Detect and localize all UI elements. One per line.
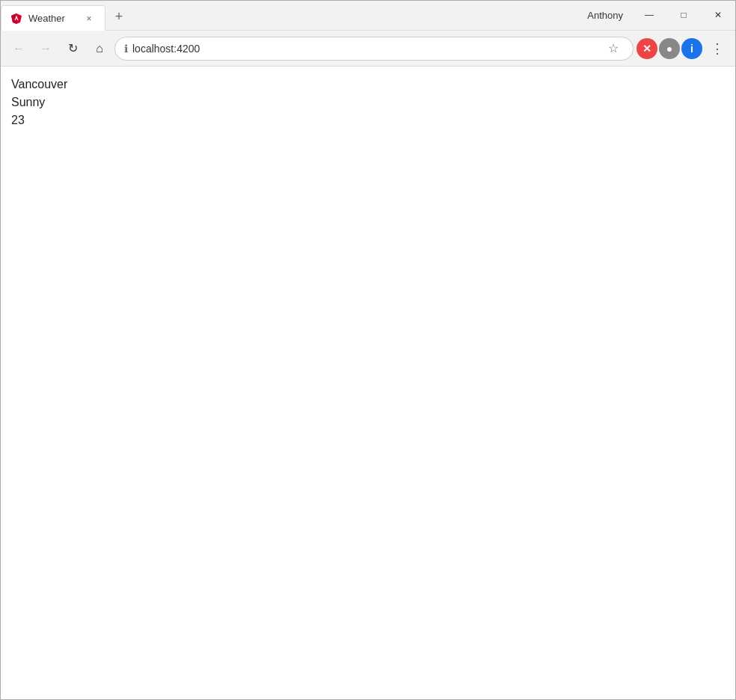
titlebar-left: Weather × + bbox=[1, 4, 578, 30]
address-host: localhost bbox=[132, 43, 174, 55]
titlebar-right: Anthony — □ ✕ bbox=[578, 0, 735, 30]
browser-menu-button[interactable]: ⋮ bbox=[705, 37, 729, 61]
active-tab[interactable]: Weather × bbox=[1, 5, 105, 31]
minimize-button[interactable]: — bbox=[632, 0, 666, 30]
address-text: localhost:4200 bbox=[132, 43, 598, 55]
extensions-area: ✕ ● i bbox=[637, 38, 702, 59]
user-name: Anthony bbox=[578, 10, 632, 21]
weather-city: Vancouver bbox=[11, 76, 725, 93]
toolbar: ← → ↻ ⌂ ℹ localhost:4200 ☆ ✕ ● i ⋮ bbox=[1, 31, 735, 67]
extension-gray-button[interactable]: ● bbox=[659, 38, 680, 59]
maximize-button[interactable]: □ bbox=[666, 0, 701, 30]
page-content: Vancouver Sunny 23 bbox=[1, 67, 735, 699]
forward-button[interactable]: → bbox=[34, 37, 58, 61]
extension-blue-button[interactable]: i bbox=[681, 38, 702, 59]
back-button[interactable]: ← bbox=[7, 37, 31, 61]
browser-window: Weather × + Anthony — □ ✕ ← → ↻ ⌂ ℹ loca… bbox=[0, 0, 736, 700]
reload-button[interactable]: ↻ bbox=[61, 37, 85, 61]
home-button[interactable]: ⌂ bbox=[88, 37, 111, 61]
titlebar: Weather × + Anthony — □ ✕ bbox=[1, 1, 735, 31]
tab-title: Weather bbox=[28, 13, 76, 24]
bookmark-button[interactable]: ☆ bbox=[603, 38, 624, 59]
address-bar[interactable]: ℹ localhost:4200 ☆ bbox=[114, 37, 634, 61]
extension-red-button[interactable]: ✕ bbox=[637, 38, 657, 59]
close-button[interactable]: ✕ bbox=[701, 0, 735, 30]
address-port: :4200 bbox=[174, 43, 200, 55]
tab-close-button[interactable]: × bbox=[82, 12, 96, 25]
new-tab-button[interactable]: + bbox=[108, 6, 129, 27]
weather-temperature: 23 bbox=[11, 111, 725, 129]
info-icon: ℹ bbox=[124, 43, 128, 55]
weather-condition: Sunny bbox=[11, 93, 725, 111]
tab-favicon bbox=[10, 13, 22, 25]
